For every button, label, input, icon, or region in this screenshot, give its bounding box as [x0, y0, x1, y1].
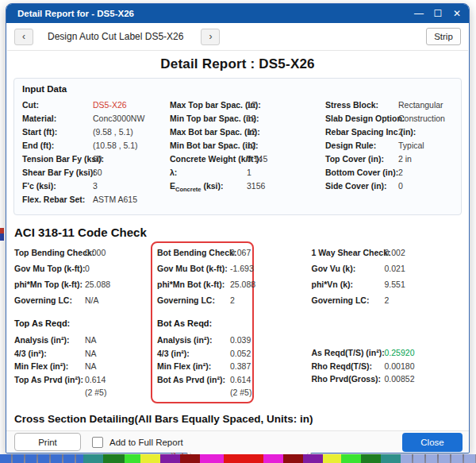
aci-shear-column: 1 Way Shear Check:0.002 Gov Vu (k):0.021…	[312, 246, 462, 386]
aci-row: Gov Mu Top (k-ft):0	[14, 262, 151, 278]
input-data-title: Input Data	[22, 84, 458, 94]
input-row: Stress Block:Rectangular	[325, 98, 458, 112]
input-row: Bottom Cover (in):2	[325, 166, 458, 179]
dialog-footer: Print Add to Full Report Close	[6, 430, 469, 453]
close-button[interactable]: Close	[402, 433, 463, 452]
input-row: Tension Bar Fy (ksi):60	[22, 152, 170, 166]
input-row: Slab Design Option:Construction	[325, 112, 458, 125]
title-bar: Detail Report for - DS5-X26 — ☐ ✕	[6, 4, 469, 23]
back-button[interactable]: ‹	[14, 29, 33, 45]
close-icon[interactable]: ✕	[451, 8, 463, 19]
input-row: F'c (ksi):3	[22, 179, 170, 193]
aci-row: Analysis (in²):NA	[14, 334, 151, 347]
aci-row: 1 Way Shear Check:0.002	[312, 246, 462, 262]
aci-row: Gov Mu Bot (k-ft):-1.693	[157, 262, 252, 278]
aci-row: phi*Vn (k):9.551	[312, 278, 462, 294]
input-row: Material:Conc3000NW	[22, 112, 170, 125]
input-data-panel: Input Data Cut:DS5-X26 Material:Conc3000…	[13, 78, 462, 215]
aci-row: Governing LC:2	[312, 294, 462, 310]
aci-row-bars: (2 #5)	[157, 386, 252, 399]
aci-row: 4/3 (in²):NA	[14, 347, 151, 361]
nav-row: ‹ Design Auto Cut Label DS5-X26 › Strip	[6, 23, 469, 50]
aci-top-column: Top Bending Check:0.000 Gov Mu Top (k-ft…	[14, 246, 151, 399]
nav-separator	[7, 50, 468, 51]
input-row: Shear Bar Fy (ksi):60	[22, 166, 170, 179]
checkbox-label: Add to Full Report	[109, 438, 183, 447]
aci-row: Rho Prvd(Gross):0.00852	[312, 372, 462, 386]
minimize-icon[interactable]: —	[413, 8, 424, 19]
aci-row: Gov Vu (k):0.021	[312, 262, 462, 278]
add-to-full-report-checkbox[interactable]	[92, 437, 103, 448]
back-chevron-icon: ‹	[22, 31, 25, 42]
cross-section-title: Cross Section Detailing(All Bars Equally…	[14, 413, 462, 425]
aci-section-title: ACI 318-11 Code Check	[14, 226, 462, 239]
input-row: Min Bot bar Spac. (in):12	[170, 139, 325, 152]
input-row: λ:1	[170, 166, 325, 179]
aci-row: phi*Mn Top (k-ft):25.088	[14, 278, 151, 294]
input-row: Max Bot bar Spac. (in):12	[170, 125, 325, 139]
aci-row: Rho Reqd(T/S):0.00180	[312, 360, 462, 373]
input-col-3: Stress Block:Rectangular Slab Design Opt…	[325, 98, 458, 206]
background-drawing-fragment-red	[0, 228, 4, 233]
input-row: Cut:DS5-X26	[22, 98, 170, 112]
input-row: Top Cover (in):2 in	[325, 152, 458, 166]
input-row: Flex. Rebar Set:ASTM A615	[22, 193, 170, 206]
print-button[interactable]: Print	[14, 433, 81, 451]
window-title: Detail Report for - DS5-X26	[17, 9, 413, 18]
input-col-1: Cut:DS5-X26 Material:Conc3000NW Start (f…	[22, 98, 170, 206]
input-row-econcrete: EConcrete (ksi): 3156	[170, 179, 325, 193]
detail-report-dialog: Detail Report for - DS5-X26 — ☐ ✕ ‹ Desi…	[6, 3, 470, 453]
aci-row-bars: (2 #5)	[14, 386, 151, 399]
aci-row: Analysis (in²):0.039	[157, 334, 252, 347]
aci-row: 4/3 (in²):0.052	[157, 347, 252, 361]
strip-button[interactable]: Strip	[426, 28, 461, 45]
aci-code-check-section: ACI 318-11 Code Check Top Bending Check:…	[14, 226, 462, 403]
maximize-icon[interactable]: ☐	[432, 8, 443, 19]
aci-row: Bot As Prvd (in²):0.614	[157, 373, 252, 387]
background-app-strip	[0, 454, 476, 463]
aci-row: Min Flex (in²):NA	[14, 360, 151, 373]
background-drawing-fragment-blue	[0, 233, 4, 241]
aci-row: Bot Bending Check:0.067	[157, 246, 252, 262]
aci-row: Governing LC:N/A	[14, 294, 151, 310]
forward-chevron-icon: ›	[209, 31, 212, 42]
input-row: Start (ft):(9.58 , 5.1)	[22, 125, 170, 139]
input-row: Design Rule:Typical	[325, 139, 458, 152]
aci-row: Min Flex (in²):0.387	[157, 360, 252, 373]
aci-row: phi*Mn Bot (k-ft):25.088	[157, 278, 252, 294]
input-row: Concrete Weight (k/ft³):0.145	[170, 152, 325, 166]
aci-row: Top Bending Check:0.000	[14, 246, 151, 262]
bot-as-reqd-title: Bot As Reqd:	[157, 318, 252, 334]
input-col-2: Max Top bar Spac. (in):12 Min Top bar Sp…	[170, 98, 325, 206]
aci-row: Governing LC:2	[157, 294, 252, 310]
input-row: Rebar Spacing Inc (in):2	[325, 125, 458, 139]
input-row: End (ft):(10.58 , 5.1)	[22, 139, 170, 152]
aci-row: Top As Prvd (in²):0.614	[14, 373, 151, 387]
input-row: Side Cover (in):0	[325, 179, 458, 193]
cut-label: Design Auto Cut Label DS5-X26	[48, 31, 183, 42]
report-heading: Detail Report : DS5-X26	[6, 56, 469, 72]
input-row: Min Top bar Spac. (in):12	[170, 112, 325, 125]
input-row: Max Top bar Spac. (in):12	[170, 98, 325, 112]
forward-button[interactable]: ›	[201, 29, 220, 45]
aci-row: As Reqd(T/S) (in²):0.25920	[312, 346, 462, 360]
aci-bot-column-highlight-box: Bot Bending Check:0.067 Gov Mu Bot (k-ft…	[151, 241, 254, 403]
top-as-reqd-title: Top As Reqd:	[14, 318, 151, 334]
